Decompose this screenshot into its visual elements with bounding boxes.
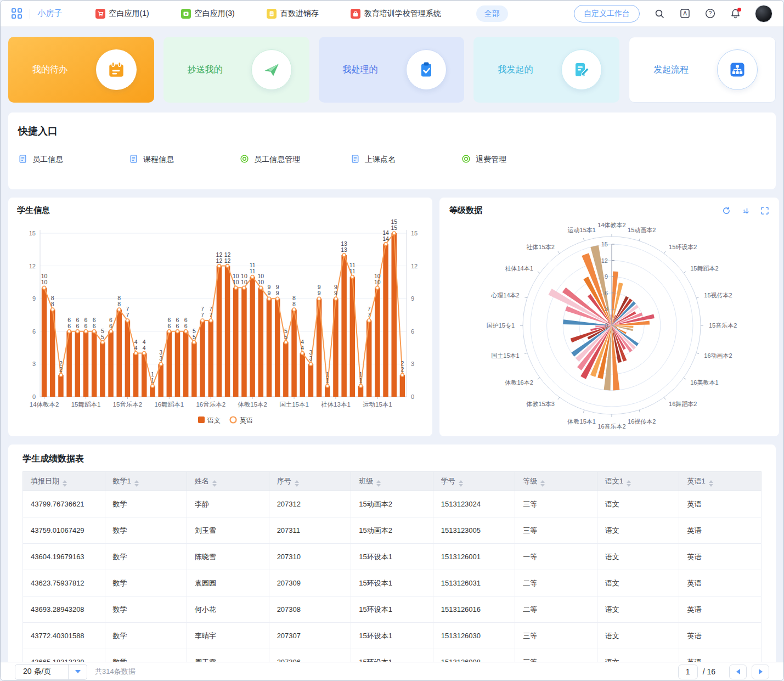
next-page-button[interactable] xyxy=(752,665,769,679)
table-cell: 1513126001 xyxy=(433,544,515,570)
table-cell: 15动画本2 xyxy=(351,491,433,517)
column-header-等级[interactable]: 等级 xyxy=(515,472,597,491)
table-row[interactable]: 43665.18313239数学周玉霞20730615环设本1151312600… xyxy=(23,649,762,662)
table-cell: 1513123024 xyxy=(433,491,515,517)
svg-text:8: 8 xyxy=(292,301,296,307)
card-handled-by-me[interactable]: 我处理的 xyxy=(319,37,465,103)
svg-text:国土15本1: 国土15本1 xyxy=(491,352,519,359)
nav-app-item[interactable]: 百数进销存 xyxy=(267,9,319,19)
table-cell: 15环设本1 xyxy=(351,570,433,596)
svg-text:15音乐本2: 15音乐本2 xyxy=(113,401,143,408)
sort-carets-icon[interactable] xyxy=(540,480,545,487)
quick-link-label: 退费管理 xyxy=(476,155,506,165)
svg-text:英语: 英语 xyxy=(240,417,253,424)
fullscreen-icon[interactable] xyxy=(760,206,769,215)
column-header-班级[interactable]: 班级 xyxy=(351,472,433,491)
app-grid-icon[interactable] xyxy=(12,8,22,19)
quick-link-课程信息[interactable]: 课程信息 xyxy=(129,154,240,165)
table-cell: 15环设本1 xyxy=(351,623,433,649)
nav-divider xyxy=(30,9,30,19)
page-size-select[interactable]: 20 条/页 xyxy=(15,664,87,680)
nav-app-item[interactable]: 教育培训学校管理系统 xyxy=(351,9,441,19)
table-cell: 43772.40301588 xyxy=(23,623,105,649)
sort-carets-icon[interactable] xyxy=(376,480,381,487)
score-table-title: 学生成绩数据表 xyxy=(22,453,762,465)
sort-carets-icon[interactable] xyxy=(459,480,463,487)
table-cell: 一等 xyxy=(515,544,597,570)
svg-text:9: 9 xyxy=(605,273,608,280)
target-icon xyxy=(240,154,249,165)
sort-carets-icon[interactable] xyxy=(134,480,139,487)
svg-text:16视传本2: 16视传本2 xyxy=(628,418,656,425)
edit-document-icon xyxy=(561,49,602,90)
sort-carets-icon[interactable] xyxy=(709,480,713,487)
table-cell: 43759.01067429 xyxy=(23,517,105,544)
table-row[interactable]: 43693.28943208数学何小花20730815环设本1151312601… xyxy=(23,596,762,623)
x-axis-labels: 14体教本215舞蹈本115音乐本216舞蹈本116音乐本2体教15本2国土15… xyxy=(30,397,392,408)
card-initiated-by-me[interactable]: 我发起的 xyxy=(473,37,619,103)
column-header-序号[interactable]: 序号 xyxy=(269,472,351,491)
bag-icon xyxy=(351,9,360,19)
nav-app-item[interactable]: 空白应用(1) xyxy=(95,9,149,19)
customize-workbench-button[interactable]: 自定义工作台 xyxy=(574,5,640,22)
table-row[interactable]: 43759.01067429数学刘玉雪20731115动画本2151312300… xyxy=(23,517,762,544)
svg-text:体教15本1: 体教15本1 xyxy=(567,418,596,425)
quick-link-员工信息[interactable]: 员工信息 xyxy=(18,154,129,165)
sort-carets-icon[interactable] xyxy=(212,480,217,487)
svg-text:15: 15 xyxy=(391,224,397,231)
table-cell: 43604.19679163 xyxy=(23,544,105,570)
notification-bell-icon[interactable] xyxy=(730,8,741,19)
table-cell: 数学 xyxy=(105,491,187,517)
column-header-数学1[interactable]: 数学1 xyxy=(105,472,187,491)
grade-data-panel: 等级数据 1 0369121514体教本215动画本215环设本215舞蹈本21… xyxy=(439,198,779,436)
table-cell: 英语 xyxy=(679,649,762,662)
search-icon[interactable] xyxy=(654,8,665,19)
workspace-name[interactable]: 小房子 xyxy=(38,8,63,19)
translate-icon[interactable]: A xyxy=(679,8,690,19)
column-header-学号[interactable]: 学号 xyxy=(433,472,515,491)
svg-text:12: 12 xyxy=(411,263,418,269)
table-cell: 英语 xyxy=(679,544,762,570)
table-cell: 数学 xyxy=(105,544,187,570)
sort-carets-icon[interactable] xyxy=(295,480,299,487)
sort-carets-icon[interactable] xyxy=(627,480,631,487)
table-row[interactable]: 43623.75937812数学袁园园20730915环设本1151312603… xyxy=(23,570,762,596)
column-header-语文1[interactable]: 语文1 xyxy=(597,472,679,491)
refresh-icon[interactable] xyxy=(722,206,731,215)
svg-text:6: 6 xyxy=(184,323,188,329)
chevron-down-icon[interactable] xyxy=(68,665,87,679)
stat-cards-row: 我的待办 抄送我的 我处理的 我发起的 发起流程 xyxy=(1,27,783,103)
quick-link-上课点名[interactable]: 上课点名 xyxy=(351,154,461,165)
column-header-英语1[interactable]: 英语1 xyxy=(679,472,762,491)
svg-text:16音乐本2: 16音乐本2 xyxy=(597,423,625,430)
document-icon xyxy=(351,154,360,165)
prev-page-button[interactable] xyxy=(729,665,747,679)
sort-carets-icon[interactable] xyxy=(63,480,67,487)
table-cell: 二等 xyxy=(515,570,597,596)
svg-text:16舞蹈本2: 16舞蹈本2 xyxy=(669,401,697,407)
quick-link-label: 课程信息 xyxy=(143,155,174,165)
avatar[interactable] xyxy=(755,5,772,22)
svg-text:12: 12 xyxy=(216,257,223,264)
current-page-input[interactable]: 1 xyxy=(678,665,698,679)
table-cell: 英语 xyxy=(679,570,762,596)
table-row[interactable]: 43772.40301588数学李晴宇20730715环设本1151312603… xyxy=(23,623,762,649)
quick-link-退费管理[interactable]: 退费管理 xyxy=(461,154,572,165)
svg-text:社体15本2: 社体15本2 xyxy=(527,244,555,250)
svg-text:12: 12 xyxy=(224,257,231,264)
nav-app-item[interactable]: 空白应用(3) xyxy=(181,9,235,19)
column-header-填报日期[interactable]: 填报日期 xyxy=(23,472,105,491)
svg-text:15环设本2: 15环设本2 xyxy=(669,244,697,250)
sort-icon[interactable]: 1 xyxy=(741,206,750,215)
card-start-process[interactable]: 发起流程 xyxy=(629,37,776,103)
table-cell: 数学 xyxy=(105,623,187,649)
table-row[interactable]: 43799.76736621数学李静20731215动画本21513123024… xyxy=(23,491,762,517)
help-icon[interactable]: ? xyxy=(704,8,715,19)
all-apps-pill[interactable]: 全部 xyxy=(476,5,508,22)
table-cell: 1513126030 xyxy=(433,623,515,649)
column-header-姓名[interactable]: 姓名 xyxy=(187,472,269,491)
table-row[interactable]: 43604.19679163数学陈晓雪20731015环设本1151312600… xyxy=(23,544,762,570)
card-my-todo[interactable]: 我的待办 xyxy=(8,37,154,103)
quick-link-员工信息管理[interactable]: 员工信息管理 xyxy=(240,154,351,165)
card-cc-to-me[interactable]: 抄送我的 xyxy=(163,37,309,103)
